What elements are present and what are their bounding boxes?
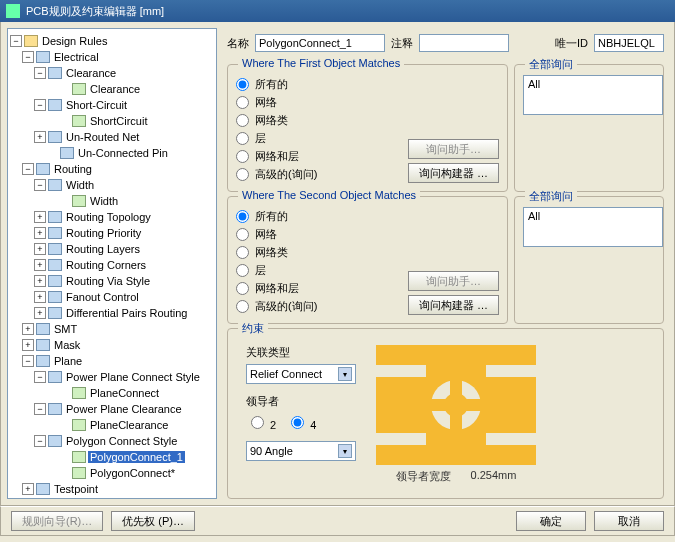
tree-smt[interactable]: +SMT [10, 321, 214, 337]
tree-unconnected[interactable]: Un-Connected Pin [10, 145, 214, 161]
tree-shortcircuit-leaf[interactable]: ShortCircuit [10, 113, 214, 129]
name-input[interactable] [255, 34, 385, 52]
m2-radio-advanced[interactable]: 高级的(询问) [236, 297, 400, 315]
angle-select[interactable]: 90 Angle▾ [246, 441, 356, 461]
comment-input[interactable] [419, 34, 509, 52]
m2-radio-netlayer[interactable]: 网络和层 [236, 279, 400, 297]
connect-type-label: 关联类型 [246, 345, 356, 360]
conductor-width-label: 领导者宽度 [396, 469, 451, 484]
conductor-width-value: 0.254mm [471, 469, 517, 484]
m1-radio-all[interactable]: 所有的 [236, 75, 400, 93]
m1-radio-netclass[interactable]: 网络类 [236, 111, 400, 129]
second-query-group: 全部询问 All [514, 196, 664, 324]
first-query-label: 全部询问 [525, 57, 577, 72]
tree-diffpair[interactable]: +Differential Pairs Routing [10, 305, 214, 321]
window-title: PCB规则及约束编辑器 [mm] [26, 4, 164, 19]
tree-ppconnect[interactable]: −Power Plane Connect Style [10, 369, 214, 385]
tree-rvia[interactable]: +Routing Via Style [10, 273, 214, 289]
first-match-group: Where The First Object Matches 所有的 网络 网络… [227, 64, 508, 192]
tree-clearance-leaf[interactable]: Clearance [10, 81, 214, 97]
m2-radio-net[interactable]: 网络 [236, 225, 400, 243]
tree-mask[interactable]: +Mask [10, 337, 214, 353]
m2-radio-layer[interactable]: 层 [236, 261, 400, 279]
tree-routing[interactable]: −Routing [10, 161, 214, 177]
tree-rlayers[interactable]: +Routing Layers [10, 241, 214, 257]
conductors-label: 领导者 [246, 394, 356, 409]
rule-wizard-button[interactable]: 规则向导(R)… [11, 511, 103, 531]
tree-plane[interactable]: −Plane [10, 353, 214, 369]
second-match-legend: Where The Second Object Matches [238, 189, 420, 201]
tree-testpoint[interactable]: +Testpoint [10, 481, 214, 497]
ok-button[interactable]: 确定 [516, 511, 586, 531]
second-match-group: Where The Second Object Matches 所有的 网络 网… [227, 196, 508, 324]
main-area: −Design Rules −Electrical −Clearance Cle… [0, 22, 675, 506]
conductors-4[interactable]: 4 [286, 413, 316, 431]
relief-preview [376, 345, 536, 465]
tree-polyconnect[interactable]: −Polygon Connect Style [10, 433, 214, 449]
tree-polyconnect-1[interactable]: PolygonConnect_1 [10, 449, 214, 465]
tree-width[interactable]: −Width [10, 177, 214, 193]
name-row: 名称 注释 唯一ID [227, 32, 664, 60]
priorities-button[interactable]: 优先权 (P)… [111, 511, 195, 531]
m2-builder-btn[interactable]: 询问构建器 … [408, 295, 499, 315]
m2-helper-btn[interactable]: 询问助手… [408, 271, 499, 291]
connect-type-select[interactable]: Relief Connect▾ [246, 364, 356, 384]
second-query-label: 全部询问 [525, 189, 577, 204]
tree-fanout[interactable]: +Fanout Control [10, 289, 214, 305]
chevron-down-icon: ▾ [338, 444, 352, 458]
uniqueid-label: 唯一ID [555, 36, 588, 51]
dialog-footer: 规则向导(R)… 优先权 (P)… 确定 取消 [0, 506, 675, 536]
tree-rtopology[interactable]: +Routing Topology [10, 209, 214, 225]
name-label: 名称 [227, 36, 249, 51]
tree-ppclear-leaf[interactable]: PlaneClearance [10, 417, 214, 433]
m1-radio-layer[interactable]: 层 [236, 129, 400, 147]
cancel-button[interactable]: 取消 [594, 511, 664, 531]
tree-unrouted[interactable]: +Un-Routed Net [10, 129, 214, 145]
first-query-group: 全部询问 All [514, 64, 664, 192]
tree-manufacturing[interactable]: +Manufacturing [10, 497, 214, 499]
rules-tree[interactable]: −Design Rules −Electrical −Clearance Cle… [7, 28, 217, 499]
constraint-legend: 约束 [238, 321, 268, 336]
titlebar: PCB规则及约束编辑器 [mm] [0, 0, 675, 22]
tree-rpriority[interactable]: +Routing Priority [10, 225, 214, 241]
tree-width-leaf[interactable]: Width [10, 193, 214, 209]
m1-builder-btn[interactable]: 询问构建器 … [408, 163, 499, 183]
first-query-text[interactable]: All [523, 75, 663, 115]
m2-radio-all[interactable]: 所有的 [236, 207, 400, 225]
tree-ppconnect-leaf[interactable]: PlaneConnect [10, 385, 214, 401]
second-query-text[interactable]: All [523, 207, 663, 247]
tree-electrical[interactable]: −Electrical [10, 49, 214, 65]
tree-polyconnect-star[interactable]: PolygonConnect* [10, 465, 214, 481]
m1-radio-net[interactable]: 网络 [236, 93, 400, 111]
rule-editor: 名称 注释 唯一ID Where The First Object Matche… [223, 28, 668, 499]
m2-radio-netclass[interactable]: 网络类 [236, 243, 400, 261]
tree-root[interactable]: −Design Rules [10, 33, 214, 49]
app-icon [6, 4, 20, 18]
tree-clearance[interactable]: −Clearance [10, 65, 214, 81]
chevron-down-icon: ▾ [338, 367, 352, 381]
tree-rcorners[interactable]: +Routing Corners [10, 257, 214, 273]
tree-shortcircuit[interactable]: −Short-Circuit [10, 97, 214, 113]
m1-radio-netlayer[interactable]: 网络和层 [236, 147, 400, 165]
constraint-group: 约束 关联类型 Relief Connect▾ 领导者 2 4 90 Ang [227, 328, 664, 499]
comment-label: 注释 [391, 36, 413, 51]
uniqueid-input[interactable] [594, 34, 664, 52]
first-match-legend: Where The First Object Matches [238, 57, 404, 69]
conductors-2[interactable]: 2 [246, 413, 276, 431]
tree-ppclear[interactable]: −Power Plane Clearance [10, 401, 214, 417]
m1-radio-advanced[interactable]: 高级的(询问) [236, 165, 400, 183]
m1-helper-btn[interactable]: 询问助手… [408, 139, 499, 159]
